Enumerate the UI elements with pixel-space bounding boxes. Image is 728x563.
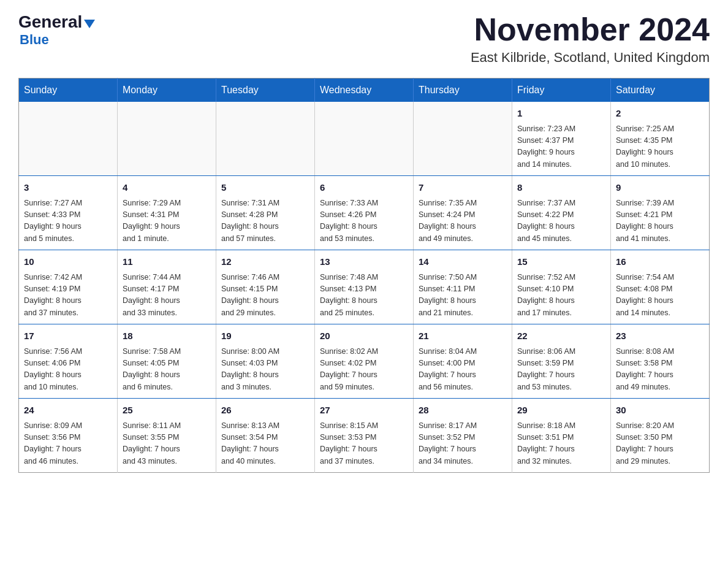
page-subtitle: East Kilbride, Scotland, United Kingdom <box>471 50 710 66</box>
day-info: Sunrise: 7:35 AMSunset: 4:24 PMDaylight:… <box>419 197 507 245</box>
calendar-cell <box>315 102 414 176</box>
calendar-cell: 30Sunrise: 8:20 AMSunset: 3:50 PMDayligh… <box>611 399 710 473</box>
day-number: 20 <box>320 329 408 343</box>
calendar-cell: 16Sunrise: 7:54 AMSunset: 4:08 PMDayligh… <box>611 250 710 324</box>
logo-blue: Blue <box>18 32 95 48</box>
day-info: Sunrise: 8:20 AMSunset: 3:50 PMDaylight:… <box>616 420 704 468</box>
calendar-cell: 7Sunrise: 7:35 AMSunset: 4:24 PMDaylight… <box>414 176 512 250</box>
day-number: 21 <box>419 329 507 343</box>
day-info: Sunrise: 8:09 AMSunset: 3:56 PMDaylight:… <box>24 420 112 468</box>
day-info: Sunrise: 7:46 AMSunset: 4:15 PMDaylight:… <box>221 272 309 320</box>
weekday-header-sunday: Sunday <box>19 79 118 102</box>
calendar-cell: 20Sunrise: 8:02 AMSunset: 4:02 PMDayligh… <box>315 324 414 399</box>
day-number: 9 <box>616 181 704 195</box>
calendar-cell: 9Sunrise: 7:39 AMSunset: 4:21 PMDaylight… <box>611 176 710 250</box>
day-number: 25 <box>123 404 211 418</box>
day-info: Sunrise: 8:08 AMSunset: 3:58 PMDaylight:… <box>616 346 704 394</box>
logo-triangle-icon <box>84 20 95 28</box>
day-info: Sunrise: 7:44 AMSunset: 4:17 PMDaylight:… <box>123 272 211 320</box>
day-number: 5 <box>221 181 309 195</box>
calendar-cell: 13Sunrise: 7:48 AMSunset: 4:13 PMDayligh… <box>315 250 414 324</box>
day-number: 13 <box>320 255 408 269</box>
day-info: Sunrise: 7:52 AMSunset: 4:10 PMDaylight:… <box>517 272 605 320</box>
day-number: 19 <box>221 329 309 343</box>
day-number: 18 <box>123 329 211 343</box>
calendar-cell: 17Sunrise: 7:56 AMSunset: 4:06 PMDayligh… <box>19 324 118 399</box>
day-number: 30 <box>616 404 704 418</box>
day-info: Sunrise: 8:15 AMSunset: 3:53 PMDaylight:… <box>320 420 408 468</box>
day-info: Sunrise: 7:29 AMSunset: 4:31 PMDaylight:… <box>123 197 211 245</box>
day-info: Sunrise: 7:27 AMSunset: 4:33 PMDaylight:… <box>24 197 112 245</box>
day-info: Sunrise: 7:56 AMSunset: 4:06 PMDaylight:… <box>24 346 112 394</box>
calendar-header: SundayMondayTuesdayWednesdayThursdayFrid… <box>19 79 710 102</box>
day-info: Sunrise: 7:33 AMSunset: 4:26 PMDaylight:… <box>320 197 408 245</box>
calendar-cell: 15Sunrise: 7:52 AMSunset: 4:10 PMDayligh… <box>512 250 611 324</box>
calendar-cell: 12Sunrise: 7:46 AMSunset: 4:15 PMDayligh… <box>216 250 315 324</box>
calendar-cell: 21Sunrise: 8:04 AMSunset: 4:00 PMDayligh… <box>414 324 512 399</box>
day-info: Sunrise: 7:58 AMSunset: 4:05 PMDaylight:… <box>123 346 211 394</box>
calendar-cell: 22Sunrise: 8:06 AMSunset: 3:59 PMDayligh… <box>512 324 611 399</box>
calendar-cell <box>216 102 315 176</box>
day-number: 23 <box>616 329 704 343</box>
day-number: 1 <box>517 107 605 121</box>
calendar-week-1: 1Sunrise: 7:23 AMSunset: 4:37 PMDaylight… <box>19 102 710 176</box>
title-area: November 2024 East Kilbride, Scotland, U… <box>471 12 710 66</box>
calendar-cell: 10Sunrise: 7:42 AMSunset: 4:19 PMDayligh… <box>19 250 118 324</box>
day-info: Sunrise: 7:54 AMSunset: 4:08 PMDaylight:… <box>616 272 704 320</box>
day-info: Sunrise: 7:37 AMSunset: 4:22 PMDaylight:… <box>517 197 605 245</box>
weekday-header-thursday: Thursday <box>414 79 512 102</box>
calendar-cell: 23Sunrise: 8:08 AMSunset: 3:58 PMDayligh… <box>611 324 710 399</box>
calendar-cell: 6Sunrise: 7:33 AMSunset: 4:26 PMDaylight… <box>315 176 414 250</box>
day-number: 26 <box>221 404 309 418</box>
calendar-table: SundayMondayTuesdayWednesdayThursdayFrid… <box>18 78 710 473</box>
calendar-cell: 18Sunrise: 7:58 AMSunset: 4:05 PMDayligh… <box>118 324 216 399</box>
day-number: 4 <box>123 181 211 195</box>
calendar-cell: 19Sunrise: 8:00 AMSunset: 4:03 PMDayligh… <box>216 324 315 399</box>
day-number: 24 <box>24 404 112 418</box>
day-number: 10 <box>24 255 112 269</box>
day-info: Sunrise: 8:00 AMSunset: 4:03 PMDaylight:… <box>221 346 309 394</box>
day-info: Sunrise: 7:42 AMSunset: 4:19 PMDaylight:… <box>24 272 112 320</box>
day-info: Sunrise: 7:25 AMSunset: 4:35 PMDaylight:… <box>616 123 704 171</box>
calendar-cell: 28Sunrise: 8:17 AMSunset: 3:52 PMDayligh… <box>414 399 512 473</box>
page-title: November 2024 <box>471 12 710 47</box>
day-number: 12 <box>221 255 309 269</box>
day-info: Sunrise: 7:31 AMSunset: 4:28 PMDaylight:… <box>221 197 309 245</box>
calendar-cell: 8Sunrise: 7:37 AMSunset: 4:22 PMDaylight… <box>512 176 611 250</box>
logo-line1: General <box>18 12 95 32</box>
day-info: Sunrise: 8:04 AMSunset: 4:00 PMDaylight:… <box>419 346 507 394</box>
day-info: Sunrise: 7:39 AMSunset: 4:21 PMDaylight:… <box>616 197 704 245</box>
calendar-cell <box>414 102 512 176</box>
day-number: 17 <box>24 329 112 343</box>
calendar-body: 1Sunrise: 7:23 AMSunset: 4:37 PMDaylight… <box>19 102 710 473</box>
day-info: Sunrise: 8:11 AMSunset: 3:55 PMDaylight:… <box>123 420 211 468</box>
day-number: 16 <box>616 255 704 269</box>
weekday-header-monday: Monday <box>118 79 216 102</box>
weekday-header-saturday: Saturday <box>611 79 710 102</box>
day-number: 2 <box>616 107 704 121</box>
calendar-cell: 4Sunrise: 7:29 AMSunset: 4:31 PMDaylight… <box>118 176 216 250</box>
calendar-cell: 26Sunrise: 8:13 AMSunset: 3:54 PMDayligh… <box>216 399 315 473</box>
calendar-week-3: 10Sunrise: 7:42 AMSunset: 4:19 PMDayligh… <box>19 250 710 324</box>
weekday-header-row: SundayMondayTuesdayWednesdayThursdayFrid… <box>19 79 710 102</box>
day-number: 8 <box>517 181 605 195</box>
day-number: 29 <box>517 404 605 418</box>
day-info: Sunrise: 8:13 AMSunset: 3:54 PMDaylight:… <box>221 420 309 468</box>
calendar-cell <box>19 102 118 176</box>
calendar-cell: 29Sunrise: 8:18 AMSunset: 3:51 PMDayligh… <box>512 399 611 473</box>
logo: General Blue <box>18 12 95 48</box>
day-number: 3 <box>24 181 112 195</box>
day-info: Sunrise: 7:50 AMSunset: 4:11 PMDaylight:… <box>419 272 507 320</box>
day-number: 22 <box>517 329 605 343</box>
day-info: Sunrise: 7:48 AMSunset: 4:13 PMDaylight:… <box>320 272 408 320</box>
calendar-cell: 25Sunrise: 8:11 AMSunset: 3:55 PMDayligh… <box>118 399 216 473</box>
calendar-cell <box>118 102 216 176</box>
day-info: Sunrise: 8:18 AMSunset: 3:51 PMDaylight:… <box>517 420 605 468</box>
calendar-cell: 27Sunrise: 8:15 AMSunset: 3:53 PMDayligh… <box>315 399 414 473</box>
day-info: Sunrise: 8:17 AMSunset: 3:52 PMDaylight:… <box>419 420 507 468</box>
day-number: 15 <box>517 255 605 269</box>
day-number: 11 <box>123 255 211 269</box>
calendar-week-2: 3Sunrise: 7:27 AMSunset: 4:33 PMDaylight… <box>19 176 710 250</box>
day-number: 6 <box>320 181 408 195</box>
weekday-header-friday: Friday <box>512 79 611 102</box>
